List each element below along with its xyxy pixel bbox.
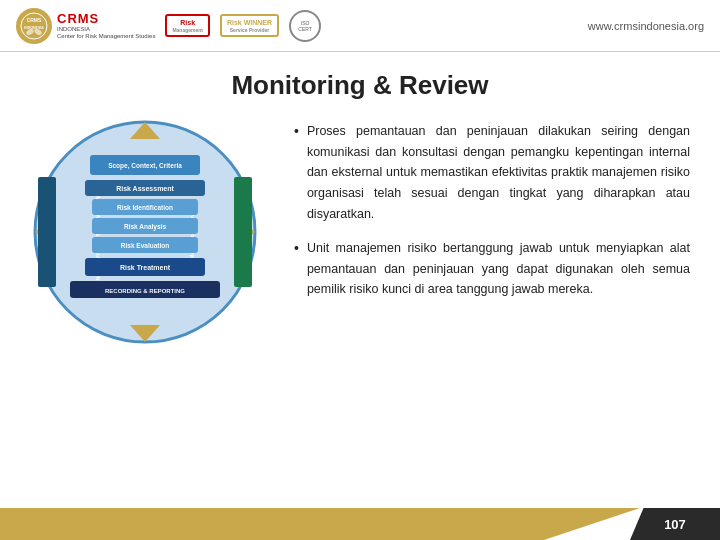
svg-text:Risk Evaluation: Risk Evaluation — [121, 242, 169, 249]
svg-text:Risk Identification: Risk Identification — [117, 204, 173, 211]
header: CRMS INDONESIA CRMS INDONESIA Center for… — [0, 0, 720, 52]
bullet-text-1: Proses pemantauan dan peninjauan dilakuk… — [307, 121, 690, 224]
svg-text:RECORDING & REPORTING: RECORDING & REPORTING — [105, 288, 185, 294]
crms-name: CRMS — [57, 11, 155, 26]
page-title: Monitoring & Review — [30, 70, 690, 101]
bullet-dot-1: • — [294, 121, 299, 224]
risk-sublabel: Management — [172, 27, 203, 34]
winner-sublabel: Service Provider — [230, 27, 269, 34]
svg-text:Risk Treatment: Risk Treatment — [120, 264, 171, 271]
risk-badge: Risk Management — [165, 14, 210, 38]
content-row: COMMUNICATION & CONSULTATION Monitoring … — [30, 117, 690, 351]
svg-text:INDONESIA: INDONESIA — [24, 26, 44, 30]
svg-text:Risk Assessment: Risk Assessment — [116, 185, 174, 192]
svg-text:Scope, Context, Criteria: Scope, Context, Criteria — [108, 162, 182, 170]
crms-icon: CRMS INDONESIA — [16, 8, 52, 44]
risk-label: Risk — [180, 18, 195, 27]
seal-logo: ISOCERT — [289, 10, 321, 42]
website-url: www.crmsindonesia.org — [588, 20, 704, 32]
winner-label: Risk WINNER — [227, 18, 272, 27]
svg-text:CRMS: CRMS — [27, 17, 42, 23]
svg-rect-12 — [234, 177, 252, 287]
seal-text: ISOCERT — [298, 20, 312, 32]
bullet-item-2: • Unit manajemen risiko bertanggung jawa… — [294, 238, 690, 300]
page-number: 107 — [630, 508, 720, 540]
risk-diagram: COMMUNICATION & CONSULTATION Monitoring … — [30, 117, 260, 347]
svg-text:Risk Analysis: Risk Analysis — [124, 223, 166, 231]
crms-logo: CRMS INDONESIA CRMS INDONESIA Center for… — [16, 8, 155, 44]
bullet-item-1: • Proses pemantauan dan peninjauan dilak… — [294, 121, 690, 224]
diagram-area: COMMUNICATION & CONSULTATION Monitoring … — [30, 117, 270, 351]
main-content: Monitoring & Review COMMUNICATION & CONS… — [0, 52, 720, 508]
crms-text-block: CRMS INDONESIA Center for Risk Managemen… — [57, 11, 155, 40]
text-area: • Proses pemantauan dan peninjauan dilak… — [294, 117, 690, 300]
svg-rect-10 — [38, 177, 56, 287]
winner-badge: Risk WINNER Service Provider — [220, 14, 279, 38]
bottom-orange-strip — [0, 508, 640, 540]
bullet-dot-2: • — [294, 238, 299, 300]
header-logos: CRMS INDONESIA CRMS INDONESIA Center for… — [16, 8, 321, 44]
bottom-bar: 107 — [0, 508, 720, 540]
crms-subtext: INDONESIA Center for Risk Management Stu… — [57, 26, 155, 40]
bullet-text-2: Unit manajemen risiko bertanggung jawab … — [307, 238, 690, 300]
